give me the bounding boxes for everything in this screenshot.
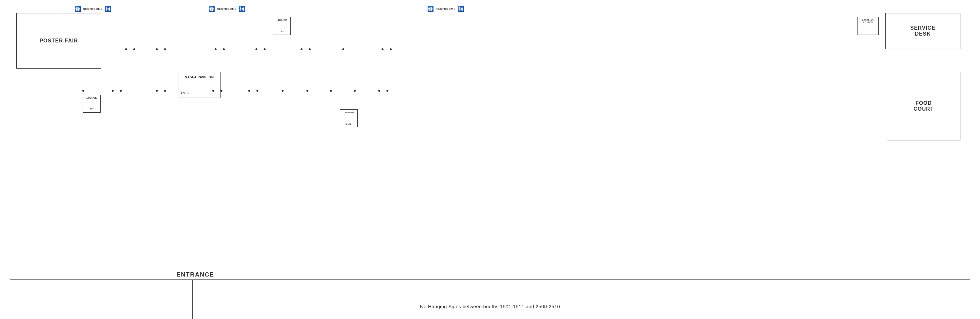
booth-dot: [212, 90, 214, 92]
lounge-2101-number: 2101: [346, 123, 352, 125]
lounge-307: LOUNGE 307: [83, 95, 100, 113]
booth-dot: [112, 90, 114, 92]
booth-dot: [133, 48, 135, 50]
restroom-icon-right1: 🚻: [427, 6, 434, 12]
booth-dot: [387, 90, 388, 92]
booth-dot: [125, 48, 127, 50]
booth-dot: [282, 90, 283, 92]
booth-dot: [156, 48, 158, 50]
booth-dot: [354, 90, 356, 92]
booth-dot: [330, 90, 332, 92]
booth-dot: [264, 48, 266, 50]
food-court-area: FOOD COURT: [887, 72, 960, 140]
entrance-label: ENTRANCE: [177, 271, 214, 278]
booth-dot: [120, 90, 122, 92]
lounge-1561: LOUNGE 1561: [273, 17, 291, 35]
lounge-1561-label: LOUNGE: [277, 19, 287, 21]
booth-dot: [309, 48, 311, 50]
exhibitor-lounge-area: EXHIBITOR LOUNGE: [858, 17, 879, 35]
restroom-right: 🚻 RESTROOMS 🚻: [427, 6, 464, 12]
lounge-2101: LOUNGE 2101: [340, 110, 358, 127]
booth-dot: [164, 48, 166, 50]
booth-dot: [390, 48, 392, 50]
restroom-label-right: RESTROOMS: [436, 8, 456, 10]
booth-dot: [164, 90, 166, 92]
booth-dot: [301, 48, 302, 50]
restroom-icon-right2: 🚻: [458, 6, 464, 12]
restroom-label-left: RESTROOMS: [83, 8, 103, 10]
restroom-icon-center1: 🚻: [208, 6, 215, 12]
booth-dot: [82, 90, 84, 92]
booth-dot: [256, 90, 258, 92]
nasfa-pavilion-label: NASFA PAVILION: [185, 75, 214, 79]
restroom-center: 🚻 RESTROOMS 🚻: [208, 6, 245, 12]
floor-plan: ENTRANCE 🚻 RESTROOMS 🚻 🚻 RESTROOMS 🚻 🚻 R…: [0, 0, 980, 319]
booth-dot: [382, 48, 383, 50]
booth-dot: [156, 90, 158, 92]
lounge-1561-number: 1561: [279, 30, 285, 33]
poster-fair-label: POSTER FAIR: [40, 38, 78, 44]
lounge-307-label: LOUNGE: [87, 97, 97, 99]
booth-dot: [306, 90, 309, 92]
nasfa-pavilion-number: P915: [181, 91, 188, 95]
booth-dot: [342, 48, 344, 50]
booth-dot: [378, 90, 380, 92]
food-court-label: FOOD COURT: [905, 100, 942, 112]
booth-dot: [221, 90, 223, 92]
lounge-2101-label: LOUNGE: [344, 111, 354, 114]
restroom-icon-center2: 🚻: [239, 6, 245, 12]
restroom-icon-left: 🚻: [75, 6, 81, 12]
booth-dot: [248, 90, 250, 92]
exhibitor-lounge-label: EXHIBITOR LOUNGE: [862, 19, 874, 24]
service-desk-label: SERVICE DESK: [904, 25, 942, 37]
poster-fair-area: POSTER FAIR: [16, 13, 101, 68]
booth-dot: [215, 48, 216, 50]
restroom-label-center: RESTROOMS: [217, 8, 237, 10]
nasfa-pavilion-area: NASFA PAVILION P915: [178, 72, 221, 98]
restroom-left: 🚻 RESTROOMS 🚻: [75, 6, 111, 12]
main-hall: [10, 5, 970, 280]
service-desk-area: SERVICE DESK: [885, 13, 960, 49]
booth-dot: [223, 48, 225, 50]
entrance-area: [121, 280, 193, 319]
booth-dot: [255, 48, 258, 50]
lounge-307-number: 307: [90, 108, 94, 110]
no-hanging-signs-notice: No Hanging Signs between booths 1501-151…: [0, 304, 980, 309]
restroom-icon-left2: 🚻: [105, 6, 111, 12]
